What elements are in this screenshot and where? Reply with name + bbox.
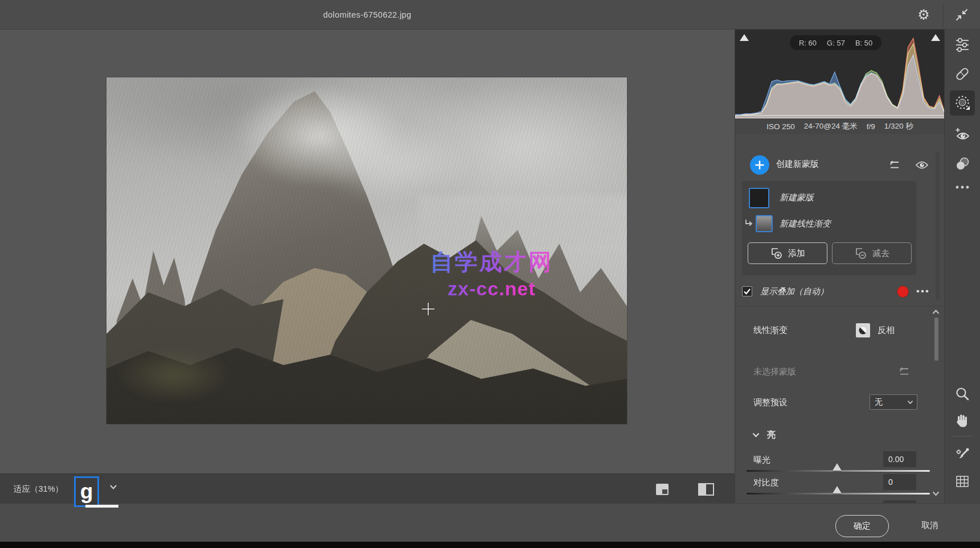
exposure-value-field[interactable]: 0.00 — [883, 451, 916, 467]
preset-dropdown[interactable]: 无 — [870, 394, 917, 410]
settings-gear-button[interactable]: ⚙ — [908, 0, 939, 30]
contrast-slider-thumb[interactable] — [833, 486, 842, 493]
tool-strip — [944, 30, 980, 503]
mask-add-button[interactable]: 添加 — [748, 242, 827, 264]
dialog-footer: 确定 取消 — [0, 503, 980, 542]
adjustments-panel: R: 60 G: 57 B: 50 ISO 250 24-70@24 毫米 f/… — [735, 30, 944, 503]
logo-letter: g — [80, 480, 93, 504]
crosshair-cursor — [421, 302, 435, 316]
red-eye-icon — [955, 127, 970, 142]
show-overlay-label: 显示叠加（自动） — [760, 286, 829, 297]
exposure-slider-thumb[interactable] — [833, 463, 842, 471]
masking-icon — [954, 94, 971, 112]
settings-scrollbar-thumb[interactable] — [934, 318, 938, 361]
tool-heal[interactable] — [950, 61, 975, 86]
scroll-down-chevron[interactable] — [932, 491, 940, 496]
tool-grid-overlay[interactable] — [950, 469, 975, 494]
tool-edit[interactable] — [950, 32, 975, 57]
highlight-clipping-indicator[interactable] — [931, 34, 940, 41]
edit-sliders-icon — [955, 38, 970, 52]
overlay-color-swatch[interactable] — [897, 286, 909, 298]
photo-canvas[interactable]: 自学成才网 zx-cc.net — [106, 77, 627, 424]
new-mask-thumbnail[interactable] — [749, 188, 769, 208]
ok-button[interactable]: 确定 — [835, 515, 889, 537]
r-value: R: 60 — [799, 39, 817, 47]
shutter-value: 1/320 秒 — [884, 121, 913, 131]
invert-label[interactable]: 反相 — [878, 325, 895, 336]
elbow-arrow-icon — [744, 219, 753, 228]
split-view-button[interactable] — [697, 482, 715, 497]
cancel-button[interactable]: 取消 — [910, 515, 950, 536]
tool-snapshots[interactable] — [950, 151, 975, 176]
histogram: R: 60 G: 57 B: 50 — [735, 30, 945, 118]
shadow-clipping-indicator[interactable] — [740, 34, 749, 41]
group-label-light[interactable]: 亮 — [767, 430, 776, 440]
new-mask-label[interactable]: 新建蒙版 — [780, 192, 814, 203]
preset-value: 无 — [875, 397, 883, 407]
mask-visibility-button[interactable] — [912, 155, 932, 175]
create-mask-plus-button[interactable] — [750, 155, 769, 175]
create-new-mask-label: 创建新蒙版 — [776, 159, 819, 170]
aperture-value: f/9 — [867, 122, 875, 131]
before-after-square-icon — [655, 483, 669, 496]
zoom-dropdown-chevron[interactable] — [109, 484, 117, 490]
contrast-slider[interactable] — [747, 493, 930, 495]
preview-toggle-button[interactable] — [654, 482, 671, 497]
overlay-more-options[interactable]: ••• — [916, 286, 930, 297]
reset-icon — [888, 160, 900, 170]
plus-icon — [755, 160, 765, 170]
snapshots-icon — [955, 156, 970, 171]
exif-info-bar: ISO 250 24-70@24 毫米 f/9 1/320 秒 — [735, 118, 945, 134]
grid-icon — [955, 475, 970, 488]
invert-mask-button[interactable] — [856, 323, 870, 337]
hand-icon — [955, 413, 970, 428]
camera-raw-window: dolomites-6750622.jpg ⚙ — [0, 0, 980, 548]
mask-subtract-button[interactable]: 减去 — [832, 242, 912, 264]
linear-gradient-thumbnail[interactable] — [756, 215, 773, 232]
tool-color-sampler[interactable] — [950, 442, 975, 467]
filename-title: dolomites-6750622.jpg — [0, 0, 735, 30]
recorder-logo-overlay: g — [74, 476, 99, 507]
invert-icon — [858, 325, 868, 336]
titlebar-divider — [943, 3, 944, 26]
tool-more-options[interactable] — [950, 175, 975, 200]
new-linear-gradient-label[interactable]: 新建线性渐变 — [780, 219, 831, 229]
chevron-down-icon — [907, 400, 913, 405]
gear-icon: ⚙ — [917, 7, 930, 23]
b-value: B: 50 — [855, 39, 872, 47]
tool-hand[interactable] — [950, 408, 975, 433]
exposure-label: 曝光 — [753, 455, 770, 465]
mask-options-box: 新建蒙版 新建线性渐变 添加 减去 — [742, 181, 916, 275]
mask-subtract-label: 减去 — [872, 248, 889, 259]
split-view-icon — [698, 483, 714, 496]
exposure-slider[interactable] — [747, 470, 930, 472]
group-collapse-chevron[interactable] — [752, 432, 760, 438]
tool-zoom[interactable] — [950, 381, 975, 406]
reset-icon — [897, 366, 910, 377]
exit-fullscreen-button[interactable] — [946, 0, 977, 30]
g-value: G: 57 — [827, 39, 845, 47]
collapse-arrows-icon — [956, 9, 968, 21]
bottom-black-strip — [0, 542, 980, 548]
eye-icon — [915, 160, 929, 170]
settings-reset-button[interactable] — [895, 363, 913, 380]
mask-reset-button[interactable] — [884, 155, 904, 175]
image-canvas-area: 自学成才网 zx-cc.net 适应（31%） g — [0, 30, 735, 503]
photo-texture — [106, 77, 627, 424]
more-dots-icon — [956, 186, 969, 189]
show-overlay-checkbox[interactable] — [742, 286, 752, 296]
mask-type-label: 线性渐变 — [753, 325, 788, 336]
overlay-underline — [85, 505, 118, 508]
zoom-level-label[interactable]: 适应（31%） — [14, 474, 63, 504]
add-mask-icon — [770, 247, 782, 259]
panel-divider — [735, 306, 945, 307]
tool-masking[interactable] — [950, 90, 975, 116]
eyedropper-target-icon — [955, 447, 970, 462]
scroll-up-chevron[interactable] — [932, 310, 940, 315]
masks-scrollbar-track[interactable] — [936, 151, 940, 300]
tool-red-eye[interactable] — [950, 122, 975, 147]
magnifier-icon — [955, 386, 970, 401]
rgb-readout: R: 60 G: 57 B: 50 — [790, 35, 881, 50]
mask-add-label: 添加 — [788, 248, 805, 259]
contrast-value-field[interactable]: 0 — [883, 474, 916, 490]
